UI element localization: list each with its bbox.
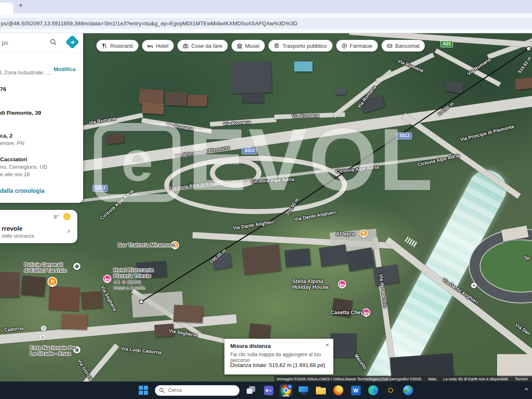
browser-toolbar: ps/@46.5052097,13.5911859,388m/data=!3m1… — [0, 13, 532, 33]
restaurant-icon — [102, 43, 107, 49]
poi-label-stella-alpina-holiday-house[interactable]: Stella AlpinaHoliday House — [292, 278, 328, 290]
history-item-line: ca, 2 — [0, 132, 81, 140]
history-item-line: di Piemonte, 39 — [0, 109, 81, 117]
country-label[interactable]: Italia — [428, 377, 436, 381]
taskbar-app-task-view[interactable] — [245, 384, 257, 397]
history-item-line: no, Cerneglons, UD — [0, 163, 81, 171]
map-attribution: Immagini ©2025 Airbus,CNES / Airbus,Maxa… — [274, 376, 532, 382]
history-item-line: e alle ore 18 — [0, 171, 81, 178]
measure-hint: Fai clic sulla mappa da aggiungere al tu… — [230, 352, 333, 363]
pharmacy-icon — [342, 43, 347, 49]
bus-stop-icon[interactable] — [40, 335, 46, 340]
taskbar-app-firefox[interactable] — [332, 384, 345, 397]
url-bar[interactable]: ps/@46.5052097,13.5911859,388m/data=!3m1… — [0, 18, 532, 29]
close-icon[interactable]: × — [325, 341, 329, 348]
taskbar-search[interactable] — [155, 385, 240, 396]
history-more-link[interactable]: dalla cronologia — [0, 187, 44, 194]
windows-logo-icon — [139, 386, 148, 395]
map-canvas[interactable]: Via RomanaVia RomanaVia RomanaVia Romana… — [0, 33, 532, 382]
history-item[interactable]: ca, 2eriore, PN — [0, 132, 81, 147]
poi-marker-pulizie-generali[interactable] — [74, 263, 81, 270]
temperature: 8° — [54, 214, 59, 220]
taskbar-app-start[interactable] — [137, 384, 150, 397]
chip-label: Trasporto pubblico — [282, 43, 327, 49]
taskbar-app-teams[interactable] — [262, 384, 275, 397]
poi-marker-al-lepre[interactable] — [360, 229, 368, 238]
history-item-line: Cacciatori — [0, 156, 81, 163]
directions-icon[interactable]: ➜ — [65, 35, 79, 49]
chip-hotel[interactable]: Hotel — [142, 40, 174, 52]
poi-marker-hotel-ristorante-pizzeria-trieste[interactable] — [103, 275, 111, 283]
poi-label-casetta-chey[interactable]: Casetta Chey — [330, 310, 363, 315]
browser-tabstrip: × + — [0, 0, 532, 13]
history-item-line: l, Zona Industriale, ... — [0, 69, 81, 76]
chip-label: Musei — [245, 43, 260, 49]
poi-label-pulizie-generali[interactable]: Pulizie Generalidi Edifici Tarvisio — [24, 262, 67, 273]
measure-total: Distanza totale: 515,62 m (1.691,68 pd) — [230, 362, 325, 368]
chip-label: Bancomat — [395, 43, 420, 49]
search-icon[interactable] — [50, 39, 57, 47]
poi-label-bar-trattoria-miramonti[interactable]: Bar Trattoria Miramonti — [118, 242, 175, 248]
route-shield-a23: A23 — [441, 41, 453, 47]
taskbar-app-edge-round[interactable] — [367, 384, 379, 397]
chip-ristoranti[interactable]: Ristoranti — [96, 40, 138, 52]
history-item-line: 76 — [0, 86, 81, 93]
terms-link[interactable]: Termini — [515, 377, 528, 381]
chip-label: Ristoranti — [110, 43, 133, 49]
route-shield-ss13: SS13 — [93, 185, 108, 192]
street-label: Sp — [524, 255, 530, 260]
taskbar-apps: FW — [137, 382, 414, 399]
history-item[interactable]: l, Zona Industriale, ... — [0, 69, 81, 76]
measure-distance-panel: Misura distanza Fai clic sulla mappa da … — [224, 339, 333, 374]
route-shield-ss13: SS13 — [242, 148, 257, 154]
street-label: Via Romana — [292, 113, 319, 119]
chevron-right-icon[interactable]: › — [67, 227, 70, 235]
transit-icon — [274, 43, 279, 49]
history-item[interactable]: 76 — [0, 86, 81, 93]
taskbar-app-earth-globe[interactable] — [402, 384, 414, 397]
new-tab-button[interactable]: + — [16, 1, 26, 10]
taskbar-app-dark-emblem[interactable] — [384, 384, 397, 397]
screen: × + ps/@46.5052097,13.5911859,388m/data=… — [0, 0, 532, 399]
imagery-credit: Immagini ©2025 Airbus,CNES / Airbus,Maxa… — [277, 377, 421, 381]
chip-label: Farmacie — [350, 43, 372, 49]
poi-marker-small-poi[interactable] — [471, 283, 477, 288]
poi-marker-stella-alpina-holiday-house[interactable] — [338, 280, 346, 288]
url-text: ps/@46.5052097,13.5911859,388m/data=!3m1… — [0, 20, 298, 27]
poi-marker-restaurant-marker-west[interactable] — [47, 277, 57, 287]
sun-icon — [63, 213, 71, 220]
windows-taskbar: FW ^ — [0, 382, 532, 399]
taskbar-app-file-explorer[interactable] — [315, 384, 327, 397]
poi-label-hotel-ristorante-pizzeria-trieste[interactable]: Hotel RistorantePizzeria Trieste4.1 ★ (1… — [113, 267, 154, 291]
history-item[interactable]: di Piemonte, 39 — [0, 109, 81, 117]
bus-stop-icon[interactable] — [41, 326, 47, 331]
museum-icon — [237, 43, 242, 49]
taskbar-overflow-chevron-icon[interactable]: ^ — [525, 387, 528, 393]
chip-cose-da-fare[interactable]: Cose da fare — [177, 40, 227, 52]
taskbar-search-input[interactable] — [168, 387, 226, 393]
measure-title: Misura distanza — [230, 343, 271, 349]
taskbar-app-chrome[interactable]: F — [280, 384, 292, 397]
atm-icon: ATM — [387, 43, 392, 49]
category-chips: RistorantiHotelCose da fareMuseiTrasport… — [96, 40, 425, 52]
search-sidebar: ps ➜ Modifica l, Zona Industriale, ...76… — [0, 33, 83, 203]
chip-trasporto-pubblico[interactable]: Trasporto pubblico — [268, 40, 332, 52]
weather-card[interactable]: 8° rrevole nelle vicinanze › — [0, 210, 77, 243]
camera-icon — [183, 43, 188, 49]
history-item[interactable]: Cacciatorino, Cerneglons, UDe alle ore 1… — [0, 156, 81, 178]
chip-farmacie[interactable]: Farmacie — [336, 40, 378, 52]
chrome-profile-badge: F — [287, 384, 293, 389]
chip-musei[interactable]: Musei — [232, 40, 265, 52]
svg-text:ATM: ATM — [388, 45, 392, 47]
chip-bancomat[interactable]: ATMBancomat — [382, 40, 425, 52]
search-input[interactable]: ps — [2, 39, 8, 46]
weather-line1: rrevole — [2, 225, 22, 232]
taskbar-app-word[interactable]: W — [350, 384, 362, 397]
poi-label-ente-nazionale-per-le-strade-anas[interactable]: Ente Nazionale PerLe Strade - Anas — [30, 345, 77, 357]
route-shield-ss13: SS13 — [397, 133, 412, 139]
chip-label: Hotel — [156, 43, 168, 49]
poi-label-al-lepre[interactable]: Al lepre — [336, 231, 355, 237]
earth-notice: La vista 3D di Earth non è disponibile — [443, 377, 508, 381]
browser-tab[interactable]: × — [0, 2, 13, 13]
taskbar-app-desktop-monitor[interactable] — [297, 384, 310, 397]
